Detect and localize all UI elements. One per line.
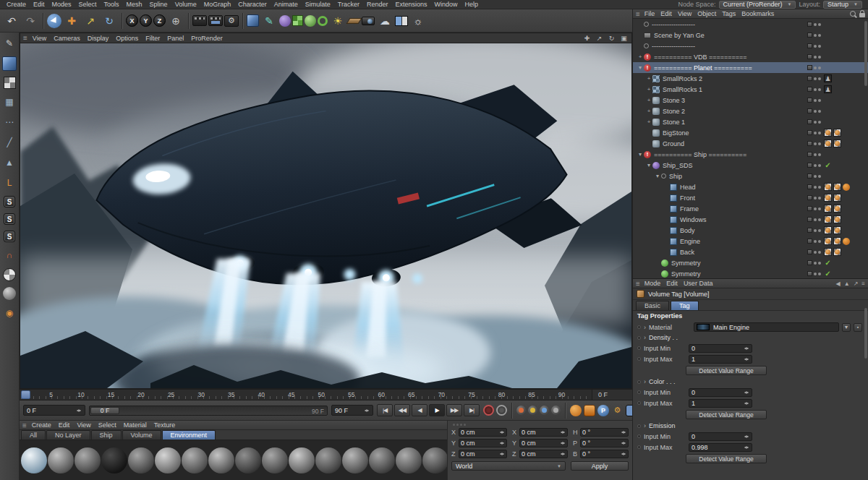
material-sphere-2[interactable] <box>48 447 74 473</box>
object-row-engine-20[interactable]: Engine <box>633 236 868 247</box>
object-menu-edit[interactable]: Edit <box>658 10 675 17</box>
enable-toggle[interactable] <box>807 119 812 124</box>
menu-create[interactable]: Create <box>3 1 30 8</box>
editor-visibility-dot[interactable] <box>814 110 817 113</box>
keyframe-position-icon[interactable] <box>516 406 526 415</box>
input-color-input-min[interactable]: 0 <box>689 388 752 397</box>
play-button[interactable]: ▶ <box>429 404 445 416</box>
record-button[interactable] <box>483 405 494 416</box>
object-menu-tags[interactable]: Tags <box>719 10 739 17</box>
menu-character[interactable]: Character <box>234 1 271 8</box>
viewport-maximize-icon[interactable]: ▣ <box>619 34 629 43</box>
keyframe-parameter-icon[interactable] <box>551 406 561 415</box>
render-visibility-dot[interactable] <box>818 121 821 124</box>
visibility-toggles[interactable] <box>807 228 821 233</box>
enable-axis-icon[interactable]: L <box>2 176 17 190</box>
live-selection-icon[interactable] <box>47 14 61 28</box>
3d-scene[interactable] <box>20 43 631 388</box>
volume-builder-icon[interactable] <box>305 15 316 27</box>
editor-visibility-dot[interactable] <box>814 56 817 59</box>
editor-visibility-dot[interactable] <box>814 132 817 134</box>
timeline-ruler[interactable]: 51015202530354045505560657075808590 0 F <box>20 389 632 400</box>
stepper[interactable] <box>499 450 505 458</box>
stepper[interactable] <box>364 407 370 414</box>
expand-icon[interactable]: + <box>645 108 652 114</box>
frame-ruler[interactable]: 51015202530354045505560657075808590 <box>21 390 592 400</box>
move-tool-icon[interactable]: ✚ <box>63 12 80 30</box>
enable-toggle[interactable] <box>807 249 812 254</box>
object-menu-view[interactable]: View <box>675 10 694 17</box>
editor-visibility-dot[interactable] <box>814 175 817 178</box>
mat-tag[interactable] <box>833 194 841 202</box>
render-visibility-dot[interactable] <box>818 56 821 59</box>
menu-modes[interactable]: Modes <box>48 1 75 8</box>
attr-group-color[interactable]: ›Color . . . <box>637 377 862 387</box>
material-sphere-7[interactable] <box>182 447 208 473</box>
input-color-input-max[interactable]: 1 <box>689 399 752 408</box>
scale-tool-icon[interactable]: ↗ <box>82 12 99 30</box>
input-density-input-max[interactable]: 1 <box>689 355 752 364</box>
check-tag[interactable]: ✓ <box>824 161 832 169</box>
autokey-button[interactable] <box>496 405 507 416</box>
material-tab-volume[interactable]: Volume <box>122 430 161 440</box>
enable-toggle[interactable] <box>807 76 812 81</box>
menu-animate[interactable]: Animate <box>271 1 302 8</box>
z-axis-button[interactable]: Z <box>153 14 166 27</box>
attribute-scrollbar[interactable] <box>864 308 867 359</box>
object-menu-file[interactable]: File <box>642 10 658 17</box>
coord-input-position-y[interactable]: 0 cm <box>459 439 507 447</box>
keyframe-dot[interactable] <box>637 380 641 384</box>
subdivision-surface-icon[interactable] <box>279 15 291 27</box>
keyframe-dot[interactable] <box>637 336 641 340</box>
material-link-field[interactable]: Main Engine <box>694 322 839 332</box>
editor-visibility-dot[interactable] <box>814 121 817 124</box>
search-icon[interactable] <box>850 11 856 17</box>
mograph-cloner-icon[interactable] <box>292 15 303 26</box>
stepper[interactable] <box>499 429 505 436</box>
enable-toggle[interactable] <box>807 65 812 70</box>
prev-key-button[interactable]: ◀◀ <box>394 404 410 416</box>
viewport-menu-options[interactable]: Options <box>112 35 142 42</box>
attribute-menu-user-data[interactable]: User Data <box>681 280 716 287</box>
menu-mograph[interactable]: MoGraph <box>200 1 235 8</box>
coord-input-position-z[interactable]: 0 cm <box>459 450 507 458</box>
visibility-toggles[interactable] <box>807 260 821 265</box>
editor-visibility-dot[interactable] <box>814 197 817 200</box>
keyframe-dot[interactable] <box>637 434 641 438</box>
object-row-ship-sds-13[interactable]: ▾Ship_SDS✓ <box>633 160 868 171</box>
undo-icon[interactable]: ↶ <box>3 12 20 30</box>
selection-filter-3-icon[interactable]: S <box>4 231 15 242</box>
render-visibility-dot[interactable] <box>818 45 821 48</box>
enable-toggle[interactable] <box>807 87 812 92</box>
viewport-menu-view[interactable]: View <box>29 35 50 42</box>
object-menu-bookmarks[interactable]: Bookmarks <box>739 10 777 17</box>
lock-icon[interactable] <box>859 13 865 17</box>
object-row-scene-by-yan-ge-1[interactable]: Scene by Yan Ge <box>633 30 868 40</box>
visibility-toggles[interactable] <box>807 173 821 179</box>
editor-visibility-dot[interactable] <box>814 186 817 189</box>
keyframe-dot[interactable] <box>637 390 641 394</box>
object-row-smallrocks-1-6[interactable]: +SmallRocks 1♟ <box>633 84 868 95</box>
object-row-ship-14[interactable]: ▾Ship <box>633 171 868 181</box>
visibility-toggles[interactable] <box>807 239 821 244</box>
mat-tag[interactable] <box>833 248 841 256</box>
render-picture-viewer-button[interactable] <box>584 405 595 416</box>
range-slider-handle[interactable]: 0 F <box>90 407 119 414</box>
visibility-toggles[interactable] <box>807 130 821 135</box>
viewport-menu-panel[interactable]: Panel <box>163 35 187 42</box>
stepper[interactable] <box>560 440 566 447</box>
menu-render[interactable]: Render <box>363 1 392 8</box>
editor-visibility-dot[interactable] <box>814 34 817 37</box>
enable-toggle[interactable] <box>807 173 812 179</box>
material-sphere-14[interactable] <box>369 447 395 473</box>
material-sphere-1[interactable] <box>21 447 47 473</box>
material-menu-create[interactable]: Create <box>28 421 55 429</box>
coord-input-position-x[interactable]: 0 cm <box>459 428 507 437</box>
visibility-toggles[interactable] <box>807 33 821 38</box>
stepper[interactable] <box>744 400 749 407</box>
enable-toggle[interactable] <box>807 271 812 276</box>
material-sphere-4[interactable] <box>101 447 127 473</box>
editor-visibility-dot[interactable] <box>814 218 817 221</box>
viewport-rotate-icon[interactable]: ↻ <box>607 34 616 43</box>
attribute-menu-mode[interactable]: Mode <box>642 280 664 287</box>
